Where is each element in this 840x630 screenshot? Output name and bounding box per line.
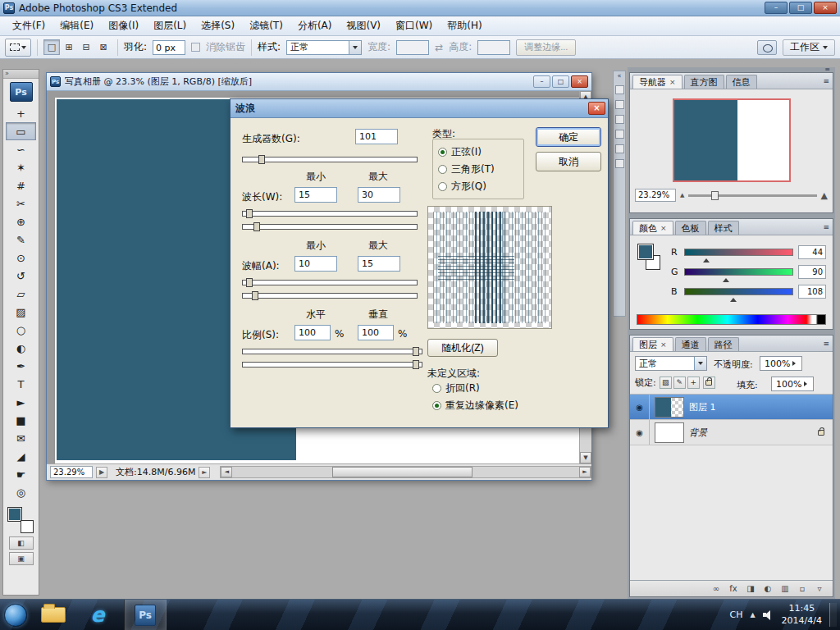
scale-vertical-slider[interactable] <box>242 362 422 368</box>
navigator-preview[interactable] <box>673 98 791 182</box>
minimize-window-button[interactable]: – <box>765 2 788 14</box>
channel-slider[interactable] <box>684 249 793 256</box>
eraser-tool[interactable]: ▱ <box>6 285 36 303</box>
close-tab-icon[interactable]: × <box>660 340 667 349</box>
menu-file[interactable]: 文件(F) <box>5 16 52 35</box>
type-triangle-radio[interactable]: 三角形(T) <box>438 161 518 178</box>
menu-help[interactable]: 帮助(H) <box>440 16 489 35</box>
explorer-taskbar-button[interactable] <box>35 602 71 628</box>
language-indicator[interactable]: CH <box>729 609 742 620</box>
slider-thumb[interactable] <box>711 191 719 200</box>
layer-name[interactable]: 背景 <box>689 427 707 439</box>
layer-row-1[interactable]: ◉ 图层 1 <box>630 395 833 420</box>
slider-thumb[interactable] <box>723 275 729 282</box>
slider-thumb[interactable] <box>246 209 253 218</box>
horizontal-scroll-thumb[interactable] <box>332 467 472 477</box>
menu-select[interactable]: 选择(S) <box>194 16 242 35</box>
zoom-input[interactable]: 23.29% <box>50 466 93 478</box>
scale-horizontal-input[interactable]: 100 <box>294 325 331 340</box>
layer-name[interactable]: 图层 1 <box>689 401 716 413</box>
menu-analysis[interactable]: 分析(A) <box>290 16 340 35</box>
ok-button[interactable]: 确定 <box>536 127 601 147</box>
scroll-left-icon[interactable]: ◄ <box>221 467 232 477</box>
color-spectrum-ramp[interactable] <box>637 314 826 325</box>
tab-histogram[interactable]: 直方图× <box>684 75 724 89</box>
collapsed-panel-icon[interactable] <box>615 100 624 109</box>
go-to-bridge-icon[interactable] <box>757 40 777 55</box>
maximize-document-button[interactable]: □ <box>552 75 569 88</box>
delete-layer-icon[interactable]: ▿ <box>815 584 824 593</box>
close-dialog-icon[interactable]: × <box>588 102 605 115</box>
close-window-button[interactable]: × <box>814 2 837 14</box>
add-selection-mode[interactable]: ⊞ <box>61 39 77 55</box>
menu-filter[interactable]: 滤镜(T) <box>242 16 290 35</box>
volume-icon[interactable] <box>763 609 774 620</box>
slider-thumb[interactable] <box>246 278 253 287</box>
layer-style-icon[interactable]: fx <box>728 584 738 593</box>
slider-thumb[interactable] <box>253 222 260 231</box>
zoom-in-icon[interactable]: ▲ <box>821 190 828 201</box>
shape-tool[interactable]: ■ <box>6 411 36 429</box>
amplitude-max-slider[interactable] <box>242 293 418 299</box>
slider-thumb[interactable] <box>252 291 258 300</box>
type-sine-radio[interactable]: 正弦(I) <box>438 144 518 161</box>
collapsed-panel-icon[interactable] <box>615 130 624 139</box>
blur-tool[interactable]: ○ <box>6 321 36 339</box>
navigator-zoom-slider[interactable] <box>688 194 816 197</box>
wavelength-max-slider[interactable] <box>242 224 418 230</box>
intersect-selection-mode[interactable]: ⊠ <box>95 39 112 55</box>
restore-window-button[interactable]: □ <box>789 2 812 14</box>
tab-layers[interactable]: 图层× <box>632 337 673 351</box>
fill-input[interactable]: 100% <box>771 377 814 391</box>
foreground-color-swatch[interactable] <box>637 244 654 260</box>
collapsed-panel-icon[interactable] <box>615 144 624 153</box>
clone-stamp-tool[interactable]: ⊙ <box>6 249 36 267</box>
scroll-down-icon[interactable]: ▼ <box>580 452 591 463</box>
background-color-swatch[interactable] <box>21 520 34 533</box>
quick-mask-button[interactable]: ◧ <box>9 536 34 550</box>
workspace-button[interactable]: 工作区 <box>783 39 835 56</box>
layer-thumbnail[interactable] <box>655 397 684 418</box>
scale-horizontal-slider[interactable] <box>242 349 422 354</box>
adjustment-layer-icon[interactable]: ◐ <box>763 584 773 593</box>
show-hidden-icons-icon[interactable]: ▲ <box>750 611 755 619</box>
close-tab-icon[interactable]: × <box>669 78 676 86</box>
quick-selection-tool[interactable]: ✶ <box>6 158 36 176</box>
repeat-edge-pixels-radio[interactable]: 重复边缘像素(E) <box>432 397 518 414</box>
new-group-icon[interactable]: ▥ <box>780 584 790 593</box>
refine-edge-button[interactable]: 调整边缘... <box>516 39 576 56</box>
close-document-button[interactable]: × <box>571 75 588 88</box>
generators-slider[interactable] <box>242 157 418 162</box>
tab-info[interactable]: 信息× <box>726 75 757 89</box>
screen-mode-button[interactable]: ▣ <box>9 552 34 565</box>
status-options-icon[interactable]: ▶ <box>96 467 107 478</box>
antialias-checkbox[interactable] <box>191 43 200 52</box>
panel-menu-icon[interactable]: ≡ <box>823 340 829 348</box>
slider-thumb[interactable] <box>413 360 419 369</box>
brush-tool[interactable]: ✎ <box>6 231 36 249</box>
tab-navigator[interactable]: 导航器× <box>632 75 682 89</box>
channel-slider[interactable] <box>684 288 793 295</box>
current-tool-preset[interactable] <box>5 39 31 57</box>
wavelength-min-slider[interactable] <box>242 211 418 217</box>
link-dimensions-icon[interactable]: ⇄ <box>435 42 443 53</box>
style-dropdown[interactable]: 正常 <box>286 40 362 55</box>
start-button[interactable] <box>4 604 27 627</box>
pen-tool[interactable]: ✒ <box>6 357 36 375</box>
slider-thumb[interactable] <box>413 347 419 356</box>
lock-all-icon[interactable] <box>703 377 715 389</box>
height-input[interactable] <box>477 40 510 55</box>
layer-row-background[interactable]: ◉ 背景 <box>630 420 833 445</box>
dodge-tool[interactable]: ◐ <box>6 339 36 357</box>
chevron-down-icon[interactable] <box>349 41 361 54</box>
feather-input[interactable]: 0 px <box>153 40 185 55</box>
add-layer-mask-icon[interactable]: ◨ <box>746 584 756 593</box>
lock-position-icon[interactable]: + <box>687 377 700 389</box>
lock-transparency-icon[interactable]: ▨ <box>660 377 672 389</box>
randomize-button[interactable]: 随机化(Z) <box>427 339 498 357</box>
new-selection-mode[interactable]: □ <box>43 39 60 55</box>
channel-value-input[interactable]: 90 <box>798 265 826 279</box>
lasso-tool[interactable]: ∽ <box>6 140 36 158</box>
crop-tool[interactable]: # <box>6 176 36 194</box>
panel-menu-icon[interactable]: ≡ <box>823 223 829 231</box>
